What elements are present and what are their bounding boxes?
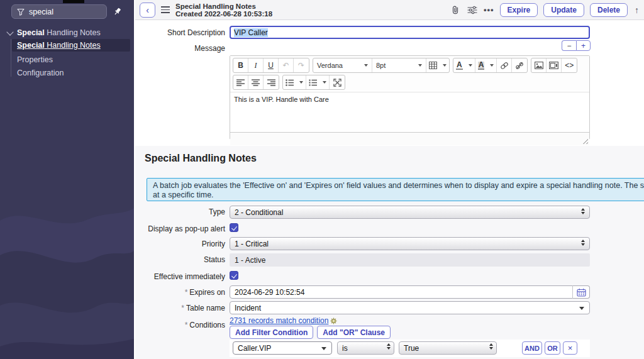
collapse-header-button[interactable]: ↑: [635, 5, 639, 15]
back-button[interactable]: ‹: [140, 3, 155, 18]
delete-condition-button[interactable]: ×: [563, 341, 577, 355]
text-color-button[interactable]: A: [453, 58, 475, 72]
table-name-value: Incident: [235, 304, 261, 312]
insert-image-button[interactable]: [531, 58, 547, 72]
effective-immediately-checkbox[interactable]: [230, 271, 238, 280]
insert-video-button[interactable]: [547, 58, 562, 72]
personalize-form-button[interactable]: [467, 4, 478, 16]
caret-down-icon: [323, 81, 326, 84]
nav-group-special-handling-notes[interactable]: Special Handling Notes: [0, 27, 134, 38]
pin-navigator-button[interactable]: [111, 6, 123, 17]
insert-link-button[interactable]: [497, 58, 512, 72]
remove-link-button[interactable]: [512, 58, 527, 72]
short-description-input[interactable]: VIP Caller: [230, 26, 590, 39]
and-condition-button[interactable]: AND: [522, 341, 542, 355]
calendar-icon: [577, 288, 586, 297]
form-context-menu-icon[interactable]: [161, 6, 170, 13]
align-right-icon: [267, 79, 275, 86]
align-left-button[interactable]: [233, 75, 248, 89]
condition-operator-select[interactable]: is: [337, 341, 394, 355]
nav-item-special-handling-notes[interactable]: Special Handling Notes: [12, 39, 130, 52]
priority-label: Priority: [135, 240, 225, 248]
fullscreen-icon: [333, 79, 341, 87]
shrink-editor-button[interactable]: −: [562, 40, 576, 51]
caret-down-icon: [418, 64, 422, 67]
resize-handle[interactable]: [582, 138, 588, 144]
expires-on-input[interactable]: 2024-06-29 10:52:54: [230, 285, 573, 299]
expires-on-value: 2024-06-29 10:52:54: [235, 288, 304, 297]
add-or-clause-button[interactable]: Add "OR" Clause: [317, 326, 391, 339]
records-match-link[interactable]: 2731 records match condition: [230, 316, 337, 325]
align-right-button[interactable]: [264, 75, 279, 89]
condition-value-select[interactable]: True: [399, 341, 497, 355]
numbered-list-icon: [309, 79, 317, 86]
condition-field-value: Caller.VIP: [238, 344, 271, 353]
add-filter-condition-button[interactable]: Add Filter Condition: [230, 326, 313, 339]
type-label: Type: [135, 207, 225, 216]
bullet-list-button[interactable]: [283, 75, 306, 89]
record-header-actions: ••• Expire Update Delete ↑: [450, 3, 639, 17]
servicenow-app: special Special Handling Notes Special H…: [0, 0, 644, 359]
browser-artifact: [63, 0, 84, 3]
font-size-select[interactable]: 8pt: [372, 58, 426, 72]
font-family-select[interactable]: Verdana: [313, 58, 372, 72]
attachment-button[interactable]: [450, 4, 461, 16]
update-button[interactable]: Update: [543, 3, 584, 17]
mandatory-icon: *: [185, 321, 188, 329]
gear-icon: [330, 318, 337, 324]
select-spinner-icon: [581, 208, 585, 214]
navigator-filter-input[interactable]: special: [11, 4, 107, 19]
type-select[interactable]: 2 - Conditional: [230, 206, 590, 219]
link-icon: [500, 62, 509, 70]
caret-down-icon: [443, 64, 447, 67]
underline-button[interactable]: U: [264, 58, 279, 72]
nav-tree-line: [11, 39, 11, 77]
record-title: Special Handling Notes: [175, 3, 272, 10]
caret-down-icon: [490, 64, 494, 67]
numbered-list-button[interactable]: [306, 75, 330, 89]
table-name-select[interactable]: Incident: [230, 301, 590, 314]
table-menu-button[interactable]: [426, 58, 449, 72]
section-title: Special Handling Notes: [145, 153, 257, 164]
delete-button[interactable]: Delete: [590, 3, 628, 17]
or-condition-button[interactable]: OR: [545, 341, 560, 355]
record-title-block: Special Handling Notes Created 2022-06-2…: [175, 3, 272, 18]
popup-alert-checkbox[interactable]: [230, 223, 238, 232]
application-navigator: special Special Handling Notes Special H…: [0, 0, 134, 359]
source-code-button[interactable]: <>: [562, 58, 577, 72]
calendar-picker-button[interactable]: [572, 285, 590, 299]
align-left-icon: [236, 79, 245, 86]
message-editor-body[interactable]: This is a VIP. Handle with Care: [230, 92, 589, 132]
priority-select[interactable]: 1 - Critical: [230, 237, 590, 250]
dropdown-arrow-icon: [579, 307, 584, 310]
undo-button[interactable]: ↶: [279, 58, 294, 72]
condition-operator-value: is: [342, 344, 348, 353]
message-resize-controls: − +: [562, 40, 591, 51]
bold-button[interactable]: B: [233, 58, 248, 72]
redo-button[interactable]: ↷: [294, 58, 309, 72]
record-subtitle: Created 2022-06-28 10:53:18: [175, 10, 272, 18]
more-options-button[interactable]: •••: [484, 5, 494, 14]
caret-down-icon: [469, 64, 472, 67]
fullscreen-button[interactable]: [330, 75, 345, 89]
condition-field-select[interactable]: Caller.VIP: [233, 341, 332, 355]
select-spinner-icon: [387, 343, 391, 350]
nav-item-properties[interactable]: Properties: [12, 53, 130, 66]
grow-editor-button[interactable]: +: [576, 40, 591, 51]
nav-item-configuration[interactable]: Configuration: [12, 67, 130, 79]
italic-button[interactable]: I: [248, 58, 264, 72]
info-banner-line1: A batch job evaluates the 'Effective on'…: [153, 181, 644, 191]
sidebar-wave-decoration: [0, 145, 134, 359]
chevron-down-icon: [6, 28, 13, 35]
nav-group-label-match: Special: [17, 28, 45, 37]
status-label: Status: [135, 255, 225, 264]
sliders-icon: [467, 6, 477, 14]
background-color-button[interactable]: A: [475, 58, 497, 72]
navigator-filter-value: special: [29, 8, 53, 16]
short-description-label: Short Description: [135, 28, 225, 37]
expire-button[interactable]: Expire: [500, 3, 538, 17]
align-center-button[interactable]: [248, 75, 264, 89]
table-name-label: *Table name: [135, 304, 225, 312]
message-rich-text-editor[interactable]: B I U ↶ ↷ Verdana 8pt: [230, 55, 590, 140]
record-header: ‹ Special Handling Notes Created 2022-06…: [135, 0, 644, 20]
